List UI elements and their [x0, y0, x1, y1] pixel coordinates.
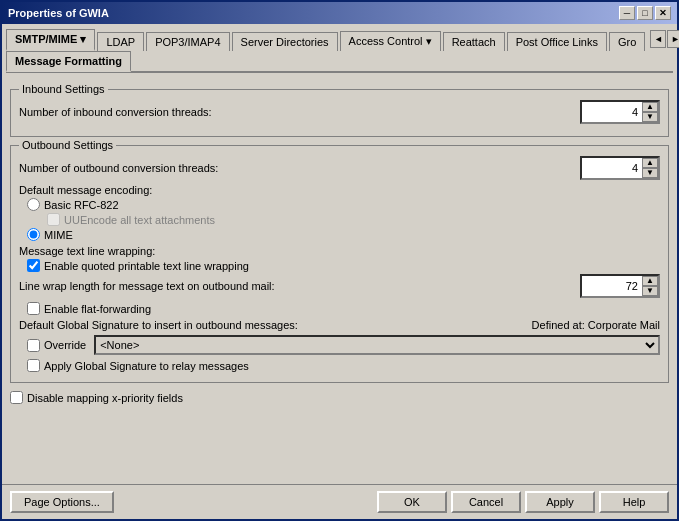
checkbox-disable-row: Disable mapping x-priority fields	[10, 391, 669, 404]
checkbox-flat-fwd[interactable]	[27, 302, 40, 315]
sig-label: Default Global Signature to insert in ou…	[19, 319, 298, 331]
outbound-threads-row: Number of outbound conversion threads: 4…	[19, 156, 660, 180]
wrap-length-spin-buttons: ▲ ▼	[642, 276, 658, 296]
wrapping-label: Message text line wrapping:	[19, 245, 660, 257]
tab-pop3-imap4[interactable]: POP3/IMAP4	[146, 32, 229, 51]
inbound-group-label: Inbound Settings	[19, 83, 108, 95]
page-options-button[interactable]: Page Options...	[10, 491, 114, 513]
bottom-bar: Page Options... OK Cancel Apply Help	[2, 484, 677, 519]
window-title: Properties of GWIA	[8, 7, 109, 19]
inbound-threads-down[interactable]: ▼	[642, 112, 658, 122]
wrap-length-spinbox: 72 ▲ ▼	[580, 274, 660, 298]
inbound-group: Inbound Settings Number of inbound conve…	[10, 89, 669, 137]
minimize-button[interactable]: ─	[619, 6, 635, 20]
sig-dropdown[interactable]: <None>	[94, 335, 660, 355]
radio-basic-rfc-row: Basic RFC-822	[27, 198, 660, 211]
checkbox-disable-mapping-label: Disable mapping x-priority fields	[27, 392, 183, 404]
tab-nav-arrows: ◄ ►	[649, 30, 679, 48]
title-bar: Properties of GWIA ─ □ ✕	[2, 2, 677, 24]
apply-button[interactable]: Apply	[525, 491, 595, 513]
checkbox-override-label: Override	[44, 339, 86, 351]
tab-post-office-links[interactable]: Post Office Links	[507, 32, 607, 51]
tab-row-1: SMTP/MIME ▾ LDAP POP3/IMAP4 Server Direc…	[6, 28, 673, 50]
defined-at: Defined at: Corporate Mail	[532, 319, 660, 331]
outbound-group-label: Outbound Settings	[19, 139, 116, 151]
inbound-threads-input[interactable]: 4	[582, 102, 642, 122]
checkbox-relay-label: Apply Global Signature to relay messages	[44, 360, 249, 372]
checkbox-relay[interactable]	[27, 359, 40, 372]
wrap-length-input[interactable]: 72	[582, 276, 642, 296]
radio-basic-rfc-label: Basic RFC-822	[44, 199, 119, 211]
tab-access-control[interactable]: Access Control ▾	[340, 31, 441, 51]
inbound-threads-spin-buttons: ▲ ▼	[642, 102, 658, 122]
cancel-button[interactable]: Cancel	[451, 491, 521, 513]
inbound-threads-label: Number of inbound conversion threads:	[19, 106, 580, 118]
outbound-threads-down[interactable]: ▼	[642, 168, 658, 178]
checkbox-uuencode-row: UUEncode all text attachments	[47, 213, 660, 226]
sig-override-row: Override <None>	[27, 335, 660, 355]
bottom-bar-left: Page Options...	[10, 491, 373, 513]
tab-smtp-mime[interactable]: SMTP/MIME ▾	[6, 29, 95, 51]
checkbox-uuencode-label: UUEncode all text attachments	[64, 214, 215, 226]
checkbox-disable-mapping[interactable]	[10, 391, 23, 404]
radio-mime-row: MIME	[27, 228, 660, 241]
checkbox-enable-wrap-label: Enable quoted printable text line wrappi…	[44, 260, 249, 272]
tab-reattach[interactable]: Reattach	[443, 32, 505, 51]
outbound-threads-input[interactable]: 4	[582, 158, 642, 178]
tab-message-formatting[interactable]: Message Formatting	[6, 51, 131, 72]
signature-row: Default Global Signature to insert in ou…	[19, 319, 660, 331]
radio-basic-rfc[interactable]	[27, 198, 40, 211]
encoding-label: Default message encoding:	[19, 184, 660, 196]
ok-button[interactable]: OK	[377, 491, 447, 513]
outbound-group: Outbound Settings Number of outbound con…	[10, 145, 669, 383]
tab-ldap[interactable]: LDAP	[97, 32, 144, 51]
checkbox-enable-wrap[interactable]	[27, 259, 40, 272]
close-button[interactable]: ✕	[655, 6, 671, 20]
outbound-threads-spin-buttons: ▲ ▼	[642, 158, 658, 178]
outbound-threads-spinbox: 4 ▲ ▼	[580, 156, 660, 180]
tab-row-2: Message Formatting	[6, 50, 673, 73]
outbound-threads-label: Number of outbound conversion threads:	[19, 162, 580, 174]
checkbox-uuencode[interactable]	[47, 213, 60, 226]
wrap-length-down[interactable]: ▼	[642, 286, 658, 296]
checkbox-enable-wrap-row: Enable quoted printable text line wrappi…	[27, 259, 660, 272]
tab-gro[interactable]: Gro	[609, 32, 645, 51]
tab-bar: SMTP/MIME ▾ LDAP POP3/IMAP4 Server Direc…	[2, 24, 677, 73]
wrap-length-label: Line wrap length for message text on out…	[19, 280, 580, 292]
checkbox-relay-row: Apply Global Signature to relay messages	[27, 359, 660, 372]
inbound-threads-row: Number of inbound conversion threads: 4 …	[19, 100, 660, 124]
tab-nav-next[interactable]: ►	[667, 30, 679, 48]
tab-nav-prev[interactable]: ◄	[650, 30, 666, 48]
tab-server-directories[interactable]: Server Directories	[232, 32, 338, 51]
outbound-threads-up[interactable]: ▲	[642, 158, 658, 168]
content-area: Inbound Settings Number of inbound conve…	[2, 73, 677, 484]
inbound-threads-spinbox: 4 ▲ ▼	[580, 100, 660, 124]
checkbox-flat-fwd-label: Enable flat-forwarding	[44, 303, 151, 315]
checkbox-flat-fwd-row: Enable flat-forwarding	[27, 302, 660, 315]
wrap-length-row: Line wrap length for message text on out…	[19, 274, 660, 298]
radio-mime-label: MIME	[44, 229, 73, 241]
checkbox-override[interactable]	[27, 339, 40, 352]
help-button[interactable]: Help	[599, 491, 669, 513]
maximize-button[interactable]: □	[637, 6, 653, 20]
title-bar-buttons: ─ □ ✕	[619, 6, 671, 20]
wrap-length-up[interactable]: ▲	[642, 276, 658, 286]
inbound-threads-up[interactable]: ▲	[642, 102, 658, 112]
radio-mime[interactable]	[27, 228, 40, 241]
main-window: Properties of GWIA ─ □ ✕ SMTP/MIME ▾ LDA…	[0, 0, 679, 521]
